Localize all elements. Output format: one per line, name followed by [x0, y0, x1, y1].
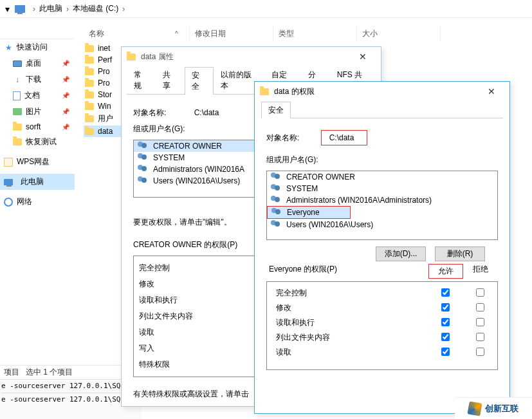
- user-name: SYSTEM: [153, 153, 185, 162]
- wps-icon: [4, 158, 13, 167]
- sidebar-item-wps[interactable]: WPS网盘: [0, 154, 75, 170]
- deny-checkbox[interactable]: [476, 348, 484, 356]
- file-name: Pro: [98, 67, 110, 76]
- group-list-label: 组或用户名(G):: [133, 124, 185, 133]
- user-name: Administrators (WIN2016A: [153, 165, 244, 174]
- close-icon[interactable]: ✕: [350, 51, 376, 62]
- file-name: Pro: [98, 79, 110, 88]
- sidebar-item-network[interactable]: 网络: [0, 194, 75, 210]
- header-name[interactable]: 名称^: [84, 26, 190, 41]
- object-name-value: C:\data: [321, 130, 368, 145]
- tab[interactable]: 安全: [185, 67, 214, 95]
- allow-checkbox[interactable]: [441, 303, 450, 312]
- allow-checkbox[interactable]: [441, 318, 450, 326]
- pictures-icon: [13, 108, 22, 115]
- add-button[interactable]: 添加(D)...: [376, 247, 426, 261]
- sidebar-item-downloads[interactable]: ↓ 下载 📌: [0, 71, 75, 88]
- deny-checkbox[interactable]: [476, 318, 484, 326]
- group-icon: [138, 142, 149, 151]
- dialog-titlebar[interactable]: data 的权限 ✕: [255, 82, 509, 101]
- permission-row: 列出文件夹内容: [267, 330, 497, 345]
- sidebar-item-recovery[interactable]: 恢复测试: [0, 134, 75, 150]
- permission-name: 修改: [267, 303, 428, 313]
- allow-checkbox[interactable]: [441, 288, 450, 297]
- back-chevron-icon[interactable]: ▾: [5, 4, 10, 14]
- dialog-titlebar[interactable]: data 属性 ✕: [122, 47, 381, 66]
- watermark: 创新互联: [455, 397, 532, 419]
- sidebar-item-desktop[interactable]: 桌面 📌: [0, 55, 75, 71]
- breadcrumb-drive[interactable]: 本地磁盘 (C:): [73, 3, 118, 14]
- user-row[interactable]: SYSTEM: [267, 183, 497, 194]
- advanced-hint: 有关特殊权限或高级设置，请单击: [133, 389, 249, 398]
- user-row[interactable]: CREATOR OWNER: [267, 171, 497, 183]
- tab-security[interactable]: 安全: [261, 102, 291, 118]
- folder-icon: [85, 68, 94, 75]
- close-icon[interactable]: ✕: [479, 86, 504, 97]
- dialog-title: data 属性: [141, 51, 174, 62]
- pin-icon: 📌: [62, 124, 69, 131]
- sidebar-item-documents[interactable]: 文档 📌: [0, 88, 75, 104]
- group-icon: [138, 153, 149, 162]
- permission-row: 读取: [267, 345, 497, 360]
- tab[interactable]: 常规: [127, 66, 156, 94]
- sidebar-item-quick-access[interactable]: ★ 快速访问: [0, 39, 75, 55]
- header-type[interactable]: 类型: [273, 26, 357, 41]
- user-row[interactable]: Administrators (WIN2016A\Administrators): [267, 194, 497, 206]
- header-size[interactable]: 大小: [357, 26, 441, 41]
- header-modified[interactable]: 修改日期: [190, 26, 273, 41]
- folder-icon: [85, 45, 94, 52]
- logo-icon: [467, 401, 482, 416]
- pin-icon: 📌: [62, 76, 69, 83]
- console-line: e -sourceserver 127.0.0.1\SQL2: [1, 380, 140, 393]
- folder-icon: [127, 53, 136, 61]
- desktop-icon: [13, 61, 22, 67]
- sidebar-nav: ★ 快速访问 桌面 📌 ↓ 下载 📌 文档 📌 图片 📌 sorft 📌 恢复测…: [0, 39, 75, 368]
- permissions-header: CREATOR OWNER 的权限(P): [133, 240, 237, 249]
- user-row[interactable]: Users (WIN2016A\Users): [267, 219, 497, 230]
- user-name: Administrators (WIN2016A\Administrators): [286, 196, 432, 205]
- sidebar-item-this-pc[interactable]: 此电脑: [0, 174, 75, 190]
- group-list-label: 组或用户名(G):: [266, 155, 318, 164]
- remove-button[interactable]: 删除(R): [435, 247, 485, 261]
- download-icon: ↓: [13, 75, 22, 84]
- group-icon: [138, 176, 149, 185]
- sidebar-item-pictures[interactable]: 图片 📌: [0, 104, 75, 120]
- file-name: inet: [98, 44, 110, 53]
- console-output: e -sourceserver 127.0.0.1\SQL2 e -source…: [0, 379, 142, 419]
- object-name-label: 对象名称:: [133, 108, 166, 117]
- pin-icon: 📌: [62, 92, 69, 99]
- sidebar-item-sorft[interactable]: sorft 📌: [0, 120, 75, 134]
- console-line: e -sourceserver 127.0.0.1\SQL2: [1, 393, 140, 406]
- deny-checkbox[interactable]: [476, 303, 484, 312]
- documents-icon: [13, 91, 21, 100]
- permissions-dialog: data 的权限 ✕ 安全 对象名称: C:\data 组或用户名(G): CR…: [254, 81, 510, 414]
- tab[interactable]: 共享: [156, 66, 185, 94]
- allow-checkbox[interactable]: [441, 333, 450, 341]
- permission-row: 完全控制: [267, 286, 497, 301]
- deny-checkbox[interactable]: [476, 333, 484, 341]
- status-selected: 选中 1 个项目: [26, 367, 73, 378]
- folder-icon: [85, 80, 94, 87]
- group-icon: [271, 184, 282, 193]
- folder-icon: [13, 138, 22, 145]
- object-name-value: C:\data: [194, 108, 219, 117]
- edit-hint: 要更改权限，请单击"编辑"。: [133, 218, 232, 227]
- user-row[interactable]: Everyone: [267, 206, 351, 219]
- folder-icon: [85, 91, 94, 98]
- permission-name: 列出文件夹内容: [267, 332, 428, 343]
- allow-checkbox[interactable]: [441, 348, 450, 356]
- deny-checkbox[interactable]: [476, 288, 484, 297]
- file-name: Win: [98, 102, 111, 111]
- chevron-right-icon: ›: [66, 5, 69, 14]
- folder-icon: [85, 128, 94, 135]
- breadcrumb-this-pc[interactable]: 此电脑: [39, 3, 62, 14]
- breadcrumb[interactable]: ▾ › 此电脑 › 本地磁盘 (C:) ›: [0, 0, 532, 18]
- permission-name: 读取: [267, 347, 428, 358]
- user-name: Users (WIN2016A\Users): [153, 176, 240, 185]
- dialog-title: data 的权限: [274, 86, 315, 97]
- chevron-right-icon: ›: [33, 5, 35, 14]
- file-name: Perf: [98, 55, 112, 64]
- user-list[interactable]: CREATOR OWNERSYSTEMAdministrators (WIN20…: [266, 171, 498, 240]
- chevron-right-icon: ›: [122, 5, 125, 14]
- file-list-header: 名称^ 修改日期 类型 大小: [84, 26, 532, 41]
